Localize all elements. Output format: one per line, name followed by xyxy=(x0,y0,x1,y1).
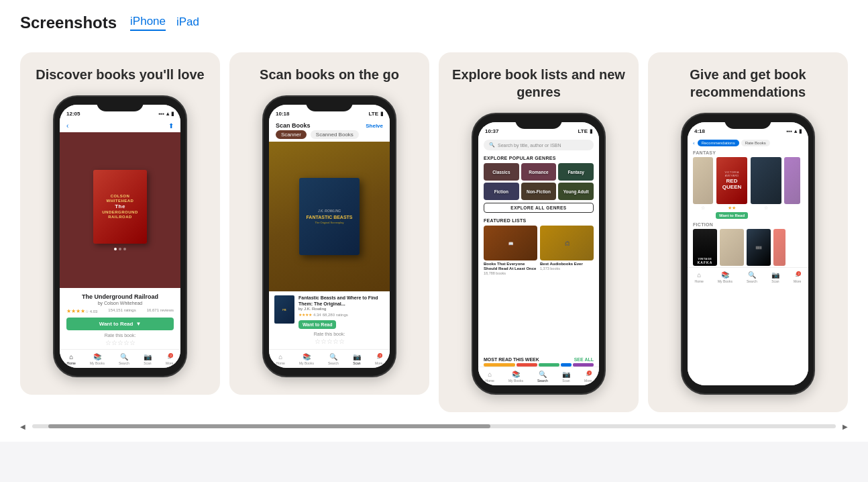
screenshot-card-1: Discover books you'll love 12:05 ▪▪▪ ▴ ▮ xyxy=(20,52,220,395)
nav-scan-4[interactable]: 📷 Scan xyxy=(771,271,779,283)
screenshot-card-4: Give and get book recommendations 4:18 ▪… xyxy=(648,52,848,412)
scan-want-btn[interactable]: Want to Read xyxy=(299,320,336,329)
tab-iphone[interactable]: iPhone xyxy=(130,15,166,31)
search-icon-1: 🔍 xyxy=(120,353,128,360)
dot-2 xyxy=(119,248,121,250)
nav-mybooks-4[interactable]: 📚 My Books xyxy=(718,271,733,283)
featured-item-2[interactable]: 🎧 Best Audiobooks Ever 1,373 books xyxy=(540,226,594,275)
genre-fiction[interactable]: Fiction xyxy=(484,183,519,200)
fb-subtitle: The Original Screenplay xyxy=(315,221,344,224)
phone-2: 10:18 LTE ▮ Scan Books Shelve Scanner xyxy=(262,95,396,377)
screen1-nav: ‹ ⬆ xyxy=(60,119,180,132)
nav-search-3[interactable]: 🔍 Search xyxy=(537,371,548,383)
nav-more-1[interactable]: ≡ More 2 xyxy=(166,353,173,365)
search-bar-3[interactable]: 🔍 Search by title, author or ISBN xyxy=(484,140,594,150)
screen-4: 4:18 ▪▪▪ ▴ ▮ ‹ Recommendations Rate xyxy=(688,122,808,385)
shelve-btn[interactable]: Shelve xyxy=(366,123,383,129)
notch-1 xyxy=(97,97,144,111)
red-queen-wrapper: VICTORIA AVEYARD RED QUEEN ★★ Want to Re… xyxy=(716,157,748,219)
scan-mini-cover: FB xyxy=(274,295,294,324)
rq-stars: ★★ xyxy=(728,205,736,211)
fantasy-cover-placeholder xyxy=(693,157,713,204)
nav-home-3[interactable]: ⌂ Home xyxy=(486,371,494,383)
partial-cover xyxy=(784,157,800,204)
tab-rate-books[interactable]: Rate Books xyxy=(741,140,770,146)
nav-more-2[interactable]: ≡ More 2 xyxy=(375,353,382,365)
home-icon-3: ⌂ xyxy=(488,371,492,378)
scan-label-3: Scan xyxy=(562,379,569,383)
screen-3: 10:37 LTE ▮ 🔍 Search by title, author or… xyxy=(478,122,599,385)
nav-more-3[interactable]: ≡ More 2 xyxy=(584,371,592,383)
see-all-btn[interactable]: SEE ALL xyxy=(574,357,594,362)
scrollbar-track[interactable] xyxy=(32,424,836,428)
scan-book-author: by J.K. Rowling xyxy=(299,307,384,311)
time-4: 4:18 xyxy=(694,128,705,134)
tab-ipad[interactable]: iPad xyxy=(176,15,199,30)
nav-search-2[interactable]: 🔍 Search xyxy=(328,353,339,365)
share-icon-1[interactable]: ⬆ xyxy=(168,122,174,130)
nav-home-4[interactable]: ⌂ Home xyxy=(695,271,704,283)
fantasy-label: FANTASY xyxy=(693,150,803,155)
signal-icon-1: ▪▪▪ xyxy=(158,111,164,117)
genre-romance[interactable]: Romance xyxy=(521,163,557,181)
scan-result: FB Fantastic Beasts and Where to Find Th… xyxy=(269,291,390,349)
nav-search-1[interactable]: 🔍 Search xyxy=(119,353,129,365)
back-icon-1[interactable]: ‹ xyxy=(66,122,68,130)
rq-want-btn[interactable]: Want to Read xyxy=(716,212,748,219)
genre-nonfiction[interactable]: Non-Fiction xyxy=(521,183,557,200)
fiction-books: VINTAGE KAFKA ▓▓▓ xyxy=(693,229,803,266)
phone-4: 4:18 ▪▪▪ ▴ ▮ ‹ Recommendations Rate xyxy=(681,113,815,395)
dot-3 xyxy=(123,248,126,250)
scan-rate-label: Rate this book: xyxy=(274,332,384,336)
scan-rate-stars: ☆☆☆☆☆ xyxy=(274,338,384,345)
scrollbar-thumb[interactable] xyxy=(48,424,490,428)
nav-home-2[interactable]: ⌂ Home xyxy=(276,353,285,365)
wifi-icon-1: ▴ xyxy=(166,111,169,117)
nav-more-4[interactable]: ≡ More 2 xyxy=(794,271,801,283)
signal-3: LTE xyxy=(578,128,588,134)
want-to-read-btn-1[interactable]: Want to Read ▼ xyxy=(66,318,174,330)
featured-item-1[interactable]: 📖 Books That Everyone Should Read At Lea… xyxy=(484,226,537,275)
scroll-left-arrow[interactable]: ◀ xyxy=(20,423,25,430)
tab-recommendations[interactable]: Recommendations xyxy=(698,140,739,146)
nav-mybooks-3[interactable]: 📚 My Books xyxy=(508,371,523,383)
time-2: 10:18 xyxy=(276,111,289,117)
nav-mybooks-2[interactable]: 📚 My Books xyxy=(299,353,314,365)
more-label-4: More xyxy=(794,279,801,283)
tab-scanner[interactable]: Scanner xyxy=(276,130,307,139)
bottom-nav-2: ⌂ Home 📚 My Books 🔍 Search xyxy=(269,349,390,368)
mybooks-icon-3: 📚 xyxy=(512,371,520,378)
wifi-icon-4: ▴ xyxy=(794,128,797,134)
scan-image-area: J.K. ROWLING FANTASTIC BEASTS The Origin… xyxy=(269,142,390,291)
nav-scan-1[interactable]: 📷 Scan xyxy=(144,353,152,365)
mybooks-label-2: My Books xyxy=(299,361,314,365)
screen3-search: 🔍 Search by title, author or ISBN xyxy=(478,137,599,153)
more-badge-3: 2 xyxy=(587,371,592,375)
featured-list-count-2: 1,373 books xyxy=(540,267,594,271)
scroll-right-arrow[interactable]: ▶ xyxy=(843,423,848,430)
fiction-section: FICTION VINTAGE KAFKA ▓▓▓ xyxy=(688,220,808,267)
screen4-content: ‹ Recommendations Rate Books FANTASY xyxy=(688,137,808,385)
nav-scan-2[interactable]: 📷 Scan xyxy=(353,353,361,365)
scan-label-1: Scan xyxy=(144,361,151,365)
scan-stars: ★★★★ xyxy=(299,312,312,317)
genre-ya[interactable]: Young Adult xyxy=(558,183,594,200)
fantastic-beasts-cover: J.K. ROWLING FANTASTIC BEASTS The Origin… xyxy=(299,178,360,255)
nav-mybooks-1[interactable]: 📚 My Books xyxy=(90,353,105,365)
nav-home-1[interactable]: ⌂ Home xyxy=(67,353,76,365)
nav-search-4[interactable]: 🔍 Search xyxy=(747,271,757,283)
genre-fantasy[interactable]: Fantasy xyxy=(558,163,594,181)
genre-classics[interactable]: Classics xyxy=(484,163,519,181)
scan-icon-3: 📷 xyxy=(562,371,570,378)
explore-genres-label: EXPLORE POPULAR GENRES xyxy=(484,156,594,160)
back-btn-4[interactable]: ‹ xyxy=(693,140,695,146)
search-icon-3b: 🔍 xyxy=(539,371,547,378)
mybooks-label-1: My Books xyxy=(90,361,105,365)
nav-scan-3[interactable]: 📷 Scan xyxy=(562,371,570,383)
featured-cover-1: 📖 xyxy=(484,226,537,260)
fb-title: FANTASTIC BEASTS xyxy=(306,215,352,220)
tab-scanned[interactable]: Scanned Books xyxy=(311,130,359,139)
search-icon-4: 🔍 xyxy=(748,271,756,279)
explore-all-btn[interactable]: EXPLORE ALL GENRES xyxy=(484,203,594,213)
battery-icon-2: ▮ xyxy=(380,111,383,117)
